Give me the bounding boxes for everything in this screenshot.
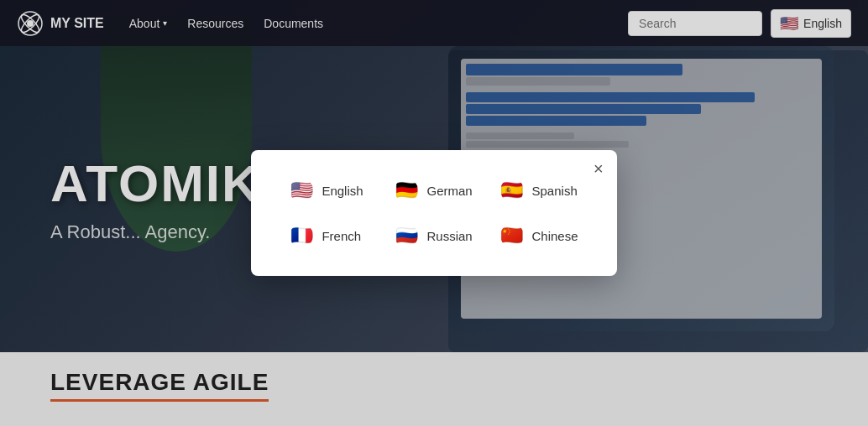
flag-cn-icon: 🇨🇳 (500, 224, 524, 247)
lang-option-russian[interactable]: 🇷🇺 Russian (390, 221, 478, 251)
flag-es-icon: 🇪🇸 (500, 179, 524, 202)
flag-de-icon: 🇩🇪 (395, 179, 418, 202)
lang-option-french[interactable]: 🇫🇷 French (285, 221, 373, 251)
modal-overlay[interactable]: × 🇺🇸 English 🇩🇪 German 🇪🇸 Spanish 🇫🇷 Fre… (0, 0, 868, 426)
lang-option-german[interactable]: 🇩🇪 German (390, 175, 478, 205)
language-modal: × 🇺🇸 English 🇩🇪 German 🇪🇸 Spanish 🇫🇷 Fre… (251, 150, 616, 276)
lang-option-spanish[interactable]: 🇪🇸 Spanish (495, 175, 583, 205)
lang-option-english[interactable]: 🇺🇸 English (285, 175, 373, 205)
modal-close-button[interactable]: × (593, 160, 604, 177)
lang-option-chinese[interactable]: 🇨🇳 Chinese (495, 221, 583, 251)
flag-us-icon: 🇺🇸 (290, 179, 313, 202)
language-grid: 🇺🇸 English 🇩🇪 German 🇪🇸 Spanish 🇫🇷 Frenc… (285, 175, 583, 251)
flag-ru-icon: 🇷🇺 (395, 224, 418, 247)
flag-fr-icon: 🇫🇷 (290, 224, 313, 247)
